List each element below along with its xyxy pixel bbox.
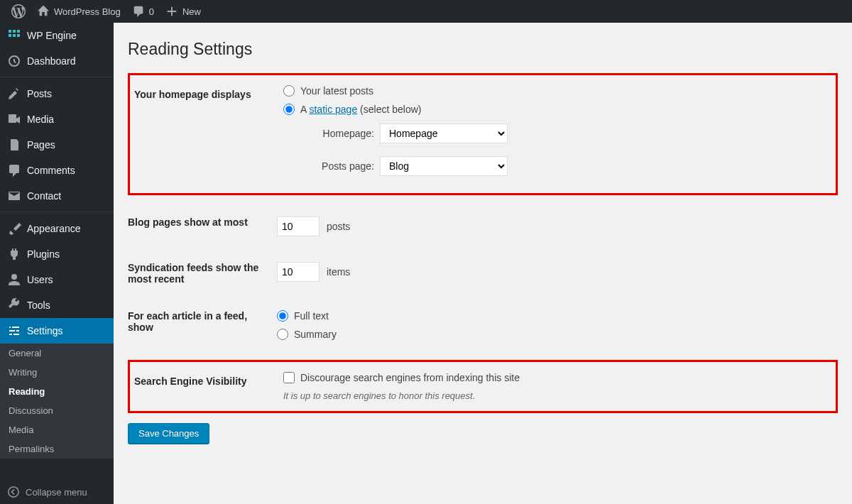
admin-sidebar: WP Engine Dashboard Posts Media Pages Co… — [0, 23, 114, 504]
syndication-label: Syndication feeds show the most recent — [128, 249, 270, 297]
sidebar-item-wpengine[interactable]: WP Engine — [0, 23, 114, 48]
site-name: WordPress Blog — [54, 6, 121, 17]
sidebar-item-comments[interactable]: Comments — [0, 158, 114, 183]
submenu-discussion[interactable]: Discussion — [0, 401, 114, 420]
collapse-icon — [7, 486, 20, 498]
svg-rect-5 — [17, 34, 20, 37]
postspage-select[interactable]: Blog — [380, 156, 508, 176]
wrench-icon — [7, 298, 21, 312]
radio-latest-posts[interactable] — [283, 85, 295, 97]
page-icon — [7, 138, 21, 152]
collapse-label: Collapse menu — [26, 487, 87, 498]
sidebar-item-dashboard[interactable]: Dashboard — [0, 48, 114, 74]
blog-pages-label: Blog pages show at most — [128, 204, 270, 249]
collapse-menu-button[interactable]: Collapse menu — [0, 480, 114, 504]
search-visibility-desc: It is up to search engines to honor this… — [283, 390, 824, 401]
comments-count: 0 — [149, 6, 154, 17]
sidebar-item-pages[interactable]: Pages — [0, 132, 114, 158]
brush-icon — [7, 221, 21, 236]
sidebar-item-label: Contact — [27, 190, 61, 202]
settings-submenu: General Writing Reading Discussion Media… — [0, 344, 114, 459]
discourage-label: Discourage search engines from indexing … — [300, 372, 520, 383]
radio-summary[interactable] — [277, 329, 288, 340]
sidebar-item-media[interactable]: Media — [0, 106, 114, 132]
feed-article-label: For each article in a feed, show — [128, 297, 270, 360]
radio-full-text-label: Full text — [294, 310, 329, 322]
save-changes-button[interactable]: Save Changes — [128, 423, 209, 444]
static-prefix: A — [300, 104, 309, 115]
media-icon — [7, 112, 21, 126]
homepage-displays-label: Your homepage displays — [134, 78, 276, 190]
submenu-permalinks[interactable]: Permalinks — [0, 439, 114, 459]
admin-bar: WordPress Blog 0 New — [0, 0, 852, 23]
sidebar-item-contact[interactable]: Contact — [0, 183, 114, 209]
svg-rect-0 — [9, 30, 11, 33]
submenu-reading[interactable]: Reading — [0, 382, 114, 401]
radio-full-text[interactable] — [277, 310, 288, 322]
main-content: Reading Settings Your homepage displays … — [114, 23, 852, 504]
wpengine-icon — [7, 28, 21, 43]
sliders-icon — [7, 324, 21, 338]
plugin-icon — [7, 247, 21, 261]
sidebar-item-plugins[interactable]: Plugins — [0, 241, 114, 267]
comment-icon — [132, 5, 145, 18]
discourage-checkbox[interactable] — [283, 372, 295, 383]
static-suffix: (select below) — [357, 104, 421, 115]
svg-rect-4 — [13, 34, 16, 37]
sidebar-item-tools[interactable]: Tools — [0, 292, 114, 318]
sidebar-item-label: Tools — [27, 300, 50, 311]
static-page-link[interactable]: static page — [309, 104, 357, 115]
page-title: Reading Settings — [128, 40, 838, 59]
menu-separator — [0, 209, 114, 212]
sidebar-item-label: WP Engine — [27, 30, 77, 41]
search-visibility-highlight: Search Engine Visibility Discourage sear… — [128, 360, 838, 413]
radio-summary-label: Summary — [294, 329, 337, 340]
sidebar-item-posts[interactable]: Posts — [0, 81, 114, 106]
new-content-link[interactable]: New — [160, 0, 207, 23]
sidebar-item-label: Comments — [27, 165, 75, 176]
blog-pages-input[interactable] — [277, 217, 320, 236]
sidebar-item-label: Pages — [27, 139, 55, 150]
sidebar-item-label: Dashboard — [27, 55, 76, 67]
sidebar-item-label: Plugins — [27, 248, 60, 260]
sidebar-item-users[interactable]: Users — [0, 267, 114, 292]
mail-icon — [7, 189, 21, 203]
submenu-media[interactable]: Media — [0, 420, 114, 439]
syndication-input[interactable] — [277, 262, 320, 282]
svg-rect-2 — [17, 30, 20, 33]
radio-static-page[interactable] — [283, 104, 295, 115]
plus-icon — [165, 5, 178, 18]
svg-point-6 — [9, 487, 18, 497]
site-name-link[interactable]: WordPress Blog — [31, 0, 126, 23]
menu-separator — [0, 74, 114, 77]
sidebar-item-label: Media — [27, 114, 54, 125]
search-visibility-label: Search Engine Visibility — [134, 365, 276, 408]
sidebar-item-appearance[interactable]: Appearance — [0, 216, 114, 241]
sidebar-item-label: Appearance — [27, 223, 81, 234]
dashboard-icon — [7, 54, 21, 68]
comments-link[interactable]: 0 — [126, 0, 160, 23]
radio-latest-posts-label: Your latest posts — [300, 85, 373, 97]
wp-logo[interactable] — [6, 0, 31, 23]
sidebar-item-label: Posts — [27, 88, 52, 99]
sidebar-item-label: Settings — [27, 325, 63, 336]
comments-icon — [7, 163, 21, 177]
submenu-general[interactable]: General — [0, 344, 114, 363]
homepage-select-label: Homepage: — [305, 128, 374, 139]
svg-rect-1 — [13, 30, 16, 33]
wordpress-icon — [11, 4, 26, 18]
sidebar-item-settings[interactable]: Settings — [0, 318, 114, 344]
home-icon — [37, 5, 50, 18]
pin-icon — [7, 87, 21, 101]
homepage-displays-highlight: Your homepage displays Your latest posts… — [128, 73, 838, 195]
sidebar-item-label: Users — [27, 274, 53, 285]
user-icon — [7, 273, 21, 287]
new-label: New — [182, 6, 201, 17]
postspage-select-label: Posts page: — [305, 160, 374, 172]
svg-rect-3 — [9, 34, 11, 37]
blog-pages-suffix: posts — [327, 221, 350, 232]
homepage-select[interactable]: Homepage — [380, 124, 508, 143]
syndication-suffix: items — [327, 266, 350, 278]
submenu-writing[interactable]: Writing — [0, 363, 114, 382]
